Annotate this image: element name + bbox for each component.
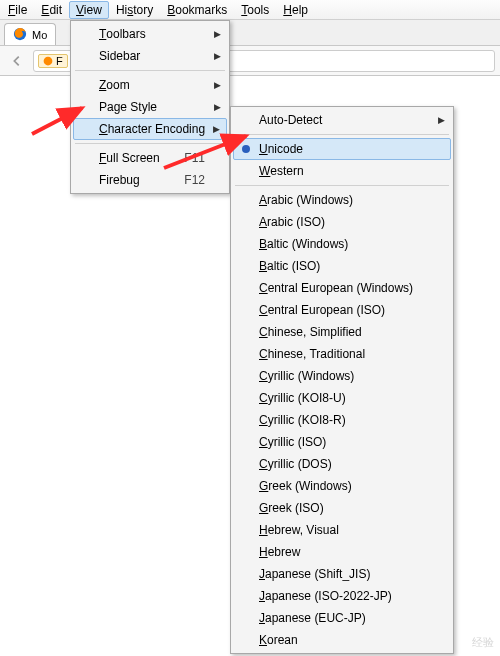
menuitem-encoding[interactable]: Cyrillic (DOS) xyxy=(233,453,451,475)
menuitem-encoding[interactable]: Baltic (ISO) xyxy=(233,255,451,277)
menu-bookmarks[interactable]: Bookmarks xyxy=(160,1,234,19)
menu-separator xyxy=(235,134,449,135)
menuitem-encoding[interactable]: Greek (ISO) xyxy=(233,497,451,519)
menuitem-encoding[interactable]: Arabic (Windows) xyxy=(233,189,451,211)
shortcut-label: F11 xyxy=(184,151,205,165)
menuitem-encoding[interactable]: Greek (Windows) xyxy=(233,475,451,497)
submenu-arrow-icon: ▶ xyxy=(214,51,221,61)
menuitem-encoding[interactable]: Cyrillic (KOI8-U) xyxy=(233,387,451,409)
watermark: 经验 xyxy=(472,635,494,650)
menu-separator xyxy=(235,185,449,186)
menuitem-sidebar[interactable]: Sidebar▶ xyxy=(73,45,227,67)
browser-tab[interactable]: Mo xyxy=(4,23,56,45)
arrow-left-icon xyxy=(10,54,24,68)
svg-point-1 xyxy=(44,56,53,65)
menuitem-encoding[interactable]: Baltic (Windows) xyxy=(233,233,451,255)
menu-history[interactable]: History xyxy=(109,1,160,19)
menu-help[interactable]: Help xyxy=(276,1,315,19)
identity-box[interactable]: F xyxy=(38,54,68,68)
menu-tools[interactable]: Tools xyxy=(234,1,276,19)
menu-file[interactable]: File xyxy=(1,1,34,19)
radio-selected-icon xyxy=(242,145,250,153)
menuitem-encoding[interactable]: Hebrew, Visual xyxy=(233,519,451,541)
menuitem-encoding[interactable]: Chinese, Simplified xyxy=(233,321,451,343)
menuitem-encoding[interactable]: Cyrillic (KOI8-R) xyxy=(233,409,451,431)
menuitem-encoding[interactable]: Japanese (EUC-JP) xyxy=(233,607,451,629)
menuitem-encoding[interactable]: Thai xyxy=(233,651,451,656)
submenu-arrow-icon: ▶ xyxy=(438,115,445,125)
back-button[interactable] xyxy=(5,49,29,73)
menuitem-unicode[interactable]: Unicode xyxy=(233,138,451,160)
menubar: File Edit View History Bookmarks Tools H… xyxy=(0,0,500,20)
menu-edit[interactable]: Edit xyxy=(34,1,69,19)
menuitem-toolbars[interactable]: Toolbars▶ xyxy=(73,23,227,45)
menuitem-western[interactable]: Western xyxy=(233,160,451,182)
submenu-arrow-icon: ▶ xyxy=(214,80,221,90)
menuitem-encoding[interactable]: Japanese (ISO-2022-JP) xyxy=(233,585,451,607)
menuitem-encoding[interactable]: Chinese, Traditional xyxy=(233,343,451,365)
submenu-arrow-icon: ▶ xyxy=(214,29,221,39)
menu-separator xyxy=(75,143,225,144)
menuitem-autodetect[interactable]: Auto-Detect▶ xyxy=(233,109,451,131)
menu-separator xyxy=(75,70,225,71)
firefox-icon xyxy=(13,27,27,43)
encoding-submenu: Auto-Detect▶ Unicode Western Arabic (Win… xyxy=(230,106,454,654)
menuitem-encoding[interactable]: Central European (Windows) xyxy=(233,277,451,299)
tab-title: Mo xyxy=(32,29,47,41)
menuitem-encoding[interactable]: Central European (ISO) xyxy=(233,299,451,321)
shortcut-label: F12 xyxy=(184,173,205,187)
menuitem-encoding[interactable]: Arabic (ISO) xyxy=(233,211,451,233)
menuitem-firebug[interactable]: FirebugF12 xyxy=(73,169,227,191)
firefox-icon xyxy=(43,56,53,66)
menuitem-zoom[interactable]: Zoom▶ xyxy=(73,74,227,96)
submenu-arrow-icon: ▶ xyxy=(213,124,220,134)
menuitem-fullscreen[interactable]: Full ScreenF11 xyxy=(73,147,227,169)
menuitem-encoding[interactable]: Cyrillic (ISO) xyxy=(233,431,451,453)
menuitem-encoding[interactable]: Hebrew xyxy=(233,541,451,563)
menuitem-encoding[interactable]: Cyrillic (Windows) xyxy=(233,365,451,387)
menuitem-page-style[interactable]: Page Style▶ xyxy=(73,96,227,118)
identity-label: F xyxy=(56,55,63,67)
view-dropdown: Toolbars▶ Sidebar▶ Zoom▶ Page Style▶ Cha… xyxy=(70,20,230,194)
menu-view[interactable]: View xyxy=(69,1,109,19)
menuitem-encoding[interactable]: Japanese (Shift_JIS) xyxy=(233,563,451,585)
menuitem-encoding[interactable]: Korean xyxy=(233,629,451,651)
submenu-arrow-icon: ▶ xyxy=(214,102,221,112)
menuitem-character-encoding[interactable]: Character Encoding▶ xyxy=(73,118,227,140)
